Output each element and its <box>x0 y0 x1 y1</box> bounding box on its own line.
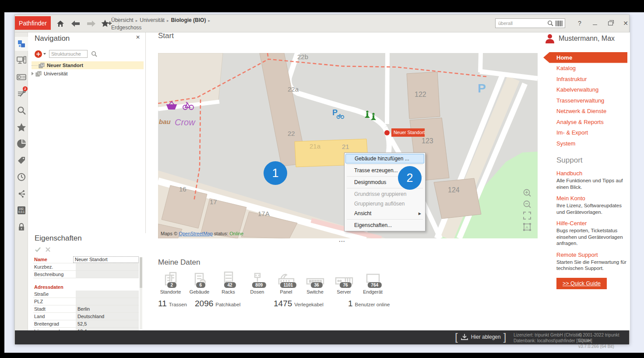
panel-close-icon[interactable]: ✕ <box>136 34 140 40</box>
menu-kabelverwaltung[interactable]: Kabelverwaltung <box>543 85 627 96</box>
support-link[interactable]: Handbuch <box>556 170 626 177</box>
stat-dosen[interactable]: 809 Dosen <box>245 270 270 294</box>
menu-netzwerk-dienste[interactable]: Netzwerk & Dienste <box>543 106 627 117</box>
search-module-icon[interactable] <box>15 103 28 117</box>
maximize-button[interactable] <box>605 18 616 28</box>
drop-zone[interactable]: [ Hier ablegen ] <box>455 332 506 342</box>
menu-trassenverwaltung[interactable]: Trassenverwaltung <box>543 95 627 106</box>
property-row: Stadt Berlin <box>33 305 139 313</box>
ip-icon[interactable]: 192.0.0.1 <box>15 203 28 217</box>
map-building[interactable] <box>434 178 481 219</box>
stat-switche[interactable]: 36 Switche <box>303 270 327 294</box>
workstation-icon[interactable] <box>15 53 28 67</box>
tag-icon[interactable] <box>15 153 28 167</box>
openstreetmap-link[interactable]: OpenStreetMap <box>179 231 213 236</box>
support-link[interactable]: Mein Konto <box>556 195 626 202</box>
quick-guide-button[interactable]: >> Quick Guide <box>556 278 607 289</box>
map-resize-handle[interactable]: ... <box>339 236 345 243</box>
breadcrumb-item[interactable]: Universität <box>140 17 165 23</box>
lock-icon[interactable] <box>15 220 28 234</box>
menu-item-eigenschaften[interactable]: Eigenschaften... <box>345 220 424 230</box>
support-hilfe-center: Hilfe-Center Bugs reporten, Ticketstatus… <box>556 220 626 247</box>
expand-icon[interactable] <box>32 72 34 75</box>
minimize-button[interactable] <box>589 18 601 28</box>
property-row: Beschreibung <box>33 271 139 278</box>
apply-button[interactable] <box>34 246 42 253</box>
site-icon <box>35 71 42 77</box>
breadcrumb-separator-icon: ▸ <box>167 18 169 23</box>
pie-report-icon[interactable] <box>15 137 28 151</box>
zoom-out-icon[interactable] <box>523 200 531 209</box>
menu-home[interactable]: Home <box>543 52 627 63</box>
tree-item-universitaet[interactable]: Universität <box>32 70 144 78</box>
breadcrumb-item-current[interactable]: Biologie (BIO) <box>171 17 206 23</box>
support-link[interactable]: Remote Support <box>556 252 626 258</box>
barcode-scan-icon[interactable] <box>555 21 565 26</box>
map-label: 16 <box>179 185 187 193</box>
tools-icon[interactable]: 2 <box>15 87 28 101</box>
breitengrad-field[interactable]: 52,5 <box>76 320 139 327</box>
strasse-field[interactable] <box>76 291 139 298</box>
tree-item-neuer-standort[interactable]: Neuer Standort <box>32 61 144 69</box>
menu-im-export[interactable]: Im- & Export <box>543 128 627 138</box>
menu-analyse-reports[interactable]: Analyse & Reports <box>543 117 627 128</box>
chevron-down-icon[interactable] <box>43 53 46 55</box>
auto-layout-icon[interactable]: A <box>523 223 531 231</box>
favorites-icon[interactable] <box>15 120 28 134</box>
map-attribution: Maps © OpenStreetMap status: Online <box>161 231 243 236</box>
search-icon[interactable] <box>546 20 555 26</box>
panel-icon[interactable] <box>15 70 28 84</box>
breadcrumb[interactable]: Übersicht▸Universität▸Biologie (BIO)▸ Er… <box>111 17 212 31</box>
stat-endgeraet[interactable]: 764 Endgerät <box>360 270 385 294</box>
stat-racks[interactable]: 42 Racks <box>216 270 241 294</box>
total-verlegekabel: 1475Verlegekabel <box>274 299 348 308</box>
beschreibung-field[interactable] <box>76 271 139 278</box>
map-label: 123 <box>422 137 433 145</box>
help-button[interactable]: ? <box>574 18 585 28</box>
navigation-title: Navigation <box>35 34 70 43</box>
menu-separator <box>347 164 423 165</box>
stat-panel[interactable]: 1101 Panel <box>274 270 299 294</box>
kurzbez-field[interactable] <box>76 263 139 270</box>
close-button[interactable]: ✕ <box>620 18 631 28</box>
drop-label: Hier ablegen <box>471 334 501 340</box>
menu-katalog[interactable]: Katalog <box>543 63 627 74</box>
add-structure-button[interactable] <box>35 50 42 58</box>
structure-icon[interactable] <box>15 37 28 51</box>
forward-icon[interactable] <box>86 19 96 28</box>
search-input[interactable] <box>496 21 546 26</box>
breadcrumb-item-floor[interactable]: Erdgeschoss <box>111 25 141 31</box>
menu-item-ansicht[interactable]: Ansicht▶ <box>345 209 424 218</box>
menu-separator <box>347 219 423 220</box>
map-label: 21a <box>310 142 321 150</box>
land-field[interactable]: Deutschland <box>76 313 139 320</box>
fit-view-icon[interactable] <box>523 211 531 220</box>
properties-scrollbar[interactable] <box>140 257 142 330</box>
home-icon[interactable] <box>55 19 66 28</box>
menu-system[interactable]: System <box>543 138 627 149</box>
add-favorite-icon[interactable] <box>101 19 112 28</box>
breadcrumb-item[interactable]: Übersicht <box>111 17 134 23</box>
menu-item-gebaeude-hinzufuegen[interactable]: Gebäude hinzufügen ... <box>345 154 424 163</box>
bracket-left: [ <box>455 332 458 342</box>
stat-gebaeude[interactable]: 6 Gebäude <box>187 270 212 294</box>
stat-standorte[interactable]: 2 Standorte <box>158 270 183 294</box>
history-clock-icon[interactable] <box>15 170 28 184</box>
properties-grid: Name Kurzbez. Beschreibung Adressdaten S… <box>33 256 139 330</box>
structure-search-icon[interactable] <box>91 51 97 57</box>
stadt-field[interactable]: Berlin <box>76 305 139 312</box>
discard-button[interactable] <box>44 246 52 253</box>
plz-field[interactable] <box>76 298 139 305</box>
stat-server[interactable]: 76 Server <box>331 270 356 294</box>
menu-infrastruktur[interactable]: Infrastruktur <box>543 74 627 85</box>
zoom-in-icon[interactable] <box>523 188 531 197</box>
app-menu-button[interactable]: Pathfinder <box>15 16 51 30</box>
support-link[interactable]: Hilfe-Center <box>556 220 626 227</box>
user-info[interactable]: Mustermann, Max <box>545 34 615 43</box>
name-field[interactable] <box>73 256 139 263</box>
topology-icon[interactable] <box>15 187 28 201</box>
bracket-right: ] <box>503 332 507 342</box>
back-icon[interactable] <box>70 19 81 28</box>
titlebar: Pathfinder Übersicht▸Universität▸Biologi… <box>15 15 629 32</box>
structure-search-input[interactable] <box>49 50 88 58</box>
